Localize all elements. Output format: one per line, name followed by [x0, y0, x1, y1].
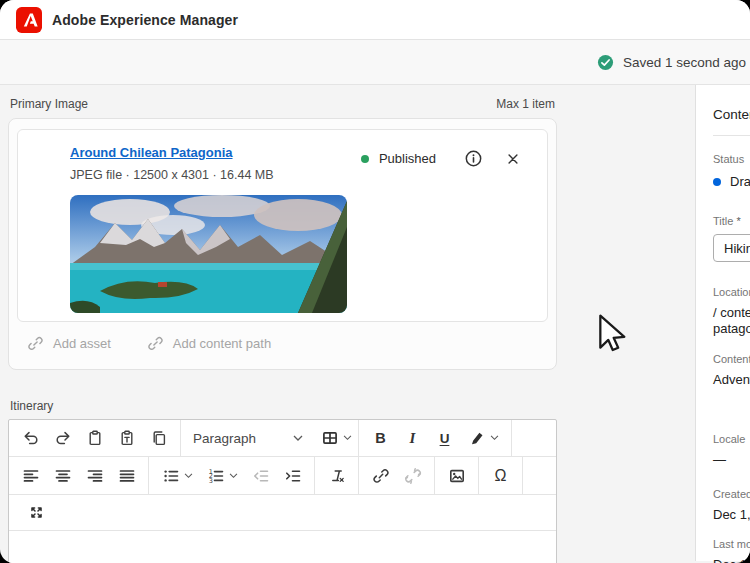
max-items-label: Max 1 item: [496, 97, 555, 111]
chevron-down-icon: [229, 473, 238, 479]
paragraph-style-dropdown[interactable]: Paragraph: [181, 431, 313, 446]
divider: [713, 135, 750, 136]
chevron-down-icon: [184, 473, 193, 479]
content-label: Content: [713, 353, 750, 365]
required-marker: *: [736, 215, 740, 227]
remove-asset-button[interactable]: [505, 151, 521, 167]
underline-icon[interactable]: U: [429, 423, 460, 453]
locale-value: —: [713, 452, 750, 467]
align-right-icon[interactable]: [79, 461, 110, 491]
special-characters-icon[interactable]: Ω: [485, 461, 516, 491]
justify-icon[interactable]: [111, 461, 142, 491]
table-icon: [321, 429, 339, 447]
last-modified-value: Dec 1, 2023: [713, 557, 750, 563]
bulleted-list-icon: [162, 467, 180, 485]
saved-check-icon: [597, 54, 614, 71]
title-input[interactable]: [713, 234, 750, 262]
bold-icon[interactable]: B: [365, 423, 396, 453]
primary-image-container: Around Chilean Patagonia JPEG file · 125…: [8, 118, 557, 370]
location-label: Location: [713, 286, 750, 298]
content-properties-panel: Content Status Draft Title* Location / c…: [695, 85, 750, 561]
location-value-line2: patagonia: [713, 321, 750, 337]
redo-icon[interactable]: [47, 423, 78, 453]
chevron-down-icon: [343, 435, 352, 441]
title-label: Title*: [713, 215, 750, 227]
paragraph-style-value: Paragraph: [193, 431, 256, 446]
last-modified-label: Last modified: [713, 538, 750, 550]
unlink-icon[interactable]: [397, 461, 428, 491]
panel-header: Content: [713, 107, 750, 122]
bulleted-list-dropdown[interactable]: [155, 461, 199, 491]
link-icon: [147, 335, 164, 352]
link-icon[interactable]: [365, 461, 396, 491]
insert-image-icon[interactable]: [441, 461, 472, 491]
undo-icon[interactable]: [15, 423, 46, 453]
numbered-list-dropdown[interactable]: 1 2 3: [200, 461, 244, 491]
draft-status-dot: [713, 178, 721, 186]
locale-label: Locale: [713, 433, 750, 445]
asset-metadata: JPEG file · 12500 x 4301 · 16.44 MB: [70, 168, 531, 182]
italic-icon[interactable]: I: [397, 423, 428, 453]
status-label: Status: [713, 153, 750, 165]
decrease-indent-icon[interactable]: [245, 461, 276, 491]
published-status-dot: [361, 155, 369, 163]
remove-format-icon[interactable]: [321, 461, 352, 491]
highlight-icon: [468, 429, 486, 447]
align-center-icon[interactable]: [47, 461, 78, 491]
created-value: Dec 1, 2023: [713, 507, 750, 522]
chevron-down-icon: [490, 435, 499, 441]
app-window: Adobe Experience Manager Saved 1 second …: [0, 0, 750, 563]
paste-icon[interactable]: [79, 423, 110, 453]
numbered-list-icon: 1 2 3: [207, 467, 225, 485]
app-title: Adobe Experience Manager: [52, 12, 238, 28]
save-status-bar: Saved 1 second ago: [0, 40, 750, 85]
add-content-path-button[interactable]: Add content path: [147, 335, 271, 352]
created-label: Created: [713, 488, 750, 500]
status-value: Draft: [730, 174, 750, 189]
highlight-dropdown[interactable]: [461, 423, 505, 453]
top-bar: Adobe Experience Manager: [0, 0, 750, 40]
location-value-line1: / content/: [713, 305, 750, 321]
itinerary-label: Itinerary: [8, 399, 557, 413]
increase-indent-icon[interactable]: [277, 461, 308, 491]
asset-thumbnail[interactable]: [70, 195, 347, 313]
primary-image-label: Primary Image: [10, 97, 88, 111]
chevron-down-icon: [293, 435, 303, 442]
paste-plain-text-icon[interactable]: [111, 423, 142, 453]
asset-card: Around Chilean Patagonia JPEG file · 125…: [17, 129, 548, 322]
info-button[interactable]: [464, 149, 483, 168]
content-value: Adventure: [713, 372, 750, 387]
adobe-logo-icon: [16, 7, 42, 33]
align-left-icon[interactable]: [15, 461, 46, 491]
copy-icon[interactable]: [143, 423, 174, 453]
asset-title-link[interactable]: Around Chilean Patagonia: [70, 145, 233, 160]
link-icon: [27, 335, 44, 352]
add-asset-button[interactable]: Add asset: [27, 335, 111, 352]
add-content-path-label: Add content path: [173, 336, 271, 351]
add-asset-label: Add asset: [53, 336, 111, 351]
main-area: Primary Image Max 1 item Around Chilean …: [0, 85, 750, 561]
svg-text:3: 3: [208, 476, 212, 484]
itinerary-text-area[interactable]: [9, 531, 556, 563]
maximize-icon[interactable]: [21, 498, 52, 528]
rich-text-editor: Paragraph B I: [8, 419, 557, 563]
insert-table-dropdown[interactable]: [314, 423, 358, 453]
published-status-label: Published: [379, 151, 436, 166]
save-status-text: Saved 1 second ago: [623, 55, 746, 70]
